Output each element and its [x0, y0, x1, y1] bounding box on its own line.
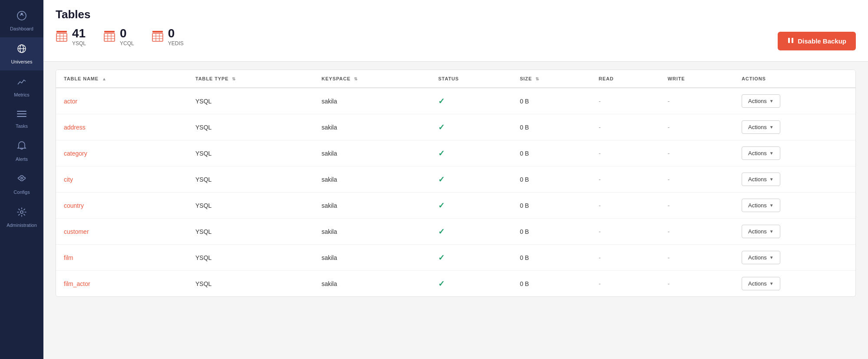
- svg-rect-28: [788, 38, 790, 43]
- disable-backup-label: Disable Backup: [798, 37, 846, 45]
- actions-chevron-2: ▼: [769, 151, 774, 156]
- cell-write-0: -: [660, 88, 734, 114]
- cell-name-7: film_actor: [56, 271, 188, 296]
- sidebar-item-dashboard[interactable]: Dashboard: [0, 4, 43, 37]
- header-actions: Disable Backup: [778, 32, 856, 50]
- status-check-6: ✓: [438, 253, 445, 262]
- tables-data-table: TABLE NAME ▲ TABLE TYPE ⇅ KEYSPACE ⇅ STA…: [56, 70, 856, 297]
- cell-size-1: 0 B: [512, 114, 591, 140]
- cell-actions-7: Actions ▼: [734, 271, 855, 296]
- table-name-link-7[interactable]: film_actor: [64, 280, 90, 287]
- status-check-5: ✓: [438, 227, 445, 236]
- disable-backup-button[interactable]: Disable Backup: [778, 32, 856, 50]
- ycql-label: YCQL: [120, 40, 134, 47]
- cell-name-3: city: [56, 166, 188, 193]
- actions-chevron-5: ▼: [769, 229, 774, 234]
- cell-read-1: -: [591, 114, 660, 140]
- ysql-label: YSQL: [72, 40, 86, 47]
- sidebar-item-tasks[interactable]: Tasks: [0, 103, 43, 135]
- actions-button-3[interactable]: Actions ▼: [742, 173, 780, 186]
- actions-button-4[interactable]: Actions ▼: [742, 199, 780, 212]
- cell-name-2: category: [56, 140, 188, 166]
- col-actions-label: ACTIONS: [742, 76, 766, 81]
- stat-yedis: 0 YEDIS: [152, 27, 184, 47]
- table-header: TABLE NAME ▲ TABLE TYPE ⇅ KEYSPACE ⇅ STA…: [56, 70, 855, 88]
- cell-actions-6: Actions ▼: [734, 245, 855, 271]
- actions-label-2: Actions: [748, 150, 767, 156]
- actions-button-6[interactable]: Actions ▼: [742, 251, 780, 264]
- cell-keyspace-2: sakila: [314, 140, 430, 166]
- sidebar-item-configs[interactable]: Configs: [0, 168, 43, 201]
- svg-point-8: [21, 177, 23, 179]
- cell-status-4: ✓: [430, 193, 512, 219]
- sidebar-item-universes[interactable]: Universes: [0, 37, 43, 70]
- actions-button-1[interactable]: Actions ▼: [742, 120, 780, 134]
- cell-status-0: ✓: [430, 88, 512, 114]
- table-name-link-4[interactable]: country: [64, 202, 84, 209]
- configs-icon: [17, 174, 27, 187]
- sort-icon-keyspace[interactable]: ⇅: [354, 76, 358, 81]
- svg-point-1: [21, 13, 23, 15]
- stat-ycql: 0 YCQL: [103, 27, 134, 47]
- col-read: READ: [591, 70, 660, 88]
- cell-keyspace-0: sakila: [314, 88, 430, 114]
- col-actions: ACTIONS: [734, 70, 855, 88]
- cell-write-5: -: [660, 219, 734, 245]
- cell-size-0: 0 B: [512, 88, 591, 114]
- table-name-link-0[interactable]: actor: [64, 98, 77, 105]
- svg-rect-22: [152, 31, 163, 33]
- page-title: Tables: [56, 8, 90, 21]
- cell-keyspace-1: sakila: [314, 114, 430, 140]
- sidebar: Dashboard Universes Metrics Tasks: [0, 0, 43, 359]
- sidebar-item-label-tasks: Tasks: [16, 123, 28, 129]
- yedis-label: YEDIS: [168, 40, 184, 47]
- table-name-link-2[interactable]: category: [64, 150, 87, 157]
- cell-size-7: 0 B: [512, 271, 591, 296]
- sort-icon-table-name[interactable]: ▲: [102, 76, 107, 81]
- cell-write-7: -: [660, 271, 734, 296]
- sidebar-item-administration[interactable]: Administration: [0, 201, 43, 234]
- yedis-stat-content: 0 YEDIS: [168, 27, 184, 47]
- actions-chevron-7: ▼: [769, 281, 774, 286]
- status-check-7: ✓: [438, 279, 445, 288]
- ycql-count: 0: [120, 27, 134, 40]
- svg-rect-23: [152, 33, 163, 41]
- actions-button-2[interactable]: Actions ▼: [742, 146, 780, 160]
- sidebar-item-label-alerts: Alerts: [16, 156, 28, 162]
- sort-icon-table-type[interactable]: ⇅: [232, 76, 236, 81]
- cell-read-5: -: [591, 219, 660, 245]
- table-name-link-5[interactable]: customer: [64, 228, 89, 235]
- actions-chevron-6: ▼: [769, 255, 774, 260]
- cell-status-1: ✓: [430, 114, 512, 140]
- table-name-link-6[interactable]: film: [64, 254, 73, 261]
- actions-button-7[interactable]: Actions ▼: [742, 277, 780, 290]
- actions-button-5[interactable]: Actions ▼: [742, 225, 780, 238]
- cell-size-2: 0 B: [512, 140, 591, 166]
- cell-write-1: -: [660, 114, 734, 140]
- actions-chevron-3: ▼: [769, 177, 774, 182]
- ycql-table-icon: [103, 30, 116, 44]
- sort-icon-size[interactable]: ⇅: [535, 76, 539, 81]
- cell-keyspace-6: sakila: [314, 245, 430, 271]
- cell-write-6: -: [660, 245, 734, 271]
- administration-icon: [17, 207, 27, 220]
- sidebar-item-metrics[interactable]: Metrics: [0, 70, 43, 103]
- svg-rect-11: [56, 33, 67, 41]
- actions-button-0[interactable]: Actions ▼: [742, 94, 780, 108]
- cell-read-6: -: [591, 245, 660, 271]
- sidebar-item-label-dashboard: Dashboard: [10, 26, 33, 31]
- table-name-link-3[interactable]: city: [64, 176, 73, 183]
- cell-keyspace-7: sakila: [314, 271, 430, 296]
- cell-name-6: film: [56, 245, 188, 271]
- cell-actions-5: Actions ▼: [734, 219, 855, 245]
- table-name-link-1[interactable]: address: [64, 124, 86, 131]
- sidebar-item-alerts[interactable]: Alerts: [0, 135, 43, 168]
- svg-rect-10: [56, 31, 67, 33]
- col-size: SIZE ⇅: [512, 70, 591, 88]
- cell-keyspace-4: sakila: [314, 193, 430, 219]
- cell-status-6: ✓: [430, 245, 512, 271]
- cell-write-2: -: [660, 140, 734, 166]
- ysql-stat-content: 41 YSQL: [72, 27, 86, 47]
- status-check-3: ✓: [438, 175, 445, 184]
- ysql-table-icon: [56, 30, 68, 44]
